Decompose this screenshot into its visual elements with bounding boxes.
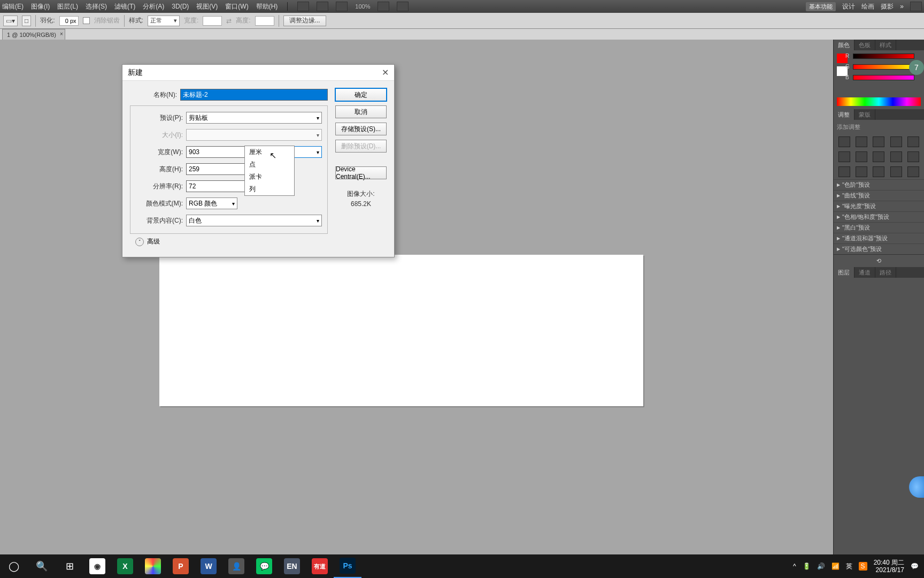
adjustment-return-icon[interactable]: ⟲ bbox=[834, 254, 924, 267]
tab-channels[interactable]: 通道 bbox=[854, 267, 875, 278]
tab-adjustments[interactable]: 调整 bbox=[834, 109, 854, 120]
taskbar-app-photoshop[interactable]: Ps bbox=[334, 554, 361, 578]
hue-sat-icon[interactable] bbox=[838, 151, 850, 162]
vibrance-icon[interactable] bbox=[907, 136, 919, 147]
menu-analysis[interactable]: 分析(A) bbox=[143, 2, 164, 11]
view-extras-icon[interactable] bbox=[336, 2, 348, 11]
g-slider[interactable] bbox=[853, 64, 914, 70]
menu-window[interactable]: 窗口(W) bbox=[225, 2, 248, 11]
feather-input[interactable] bbox=[59, 16, 79, 26]
workspace-photography[interactable]: 摄影 bbox=[881, 2, 894, 11]
preset-channel-mixer[interactable]: ▶"通道混和器"预设 bbox=[834, 233, 924, 244]
tab-masks[interactable]: 蒙版 bbox=[854, 109, 875, 120]
screen-mode-icon[interactable] bbox=[397, 2, 409, 11]
preset-hue-sat[interactable]: ▶"色相/饱和度"预设 bbox=[834, 211, 924, 222]
tray-wifi-icon[interactable]: 📶 bbox=[831, 562, 840, 570]
tray-sogou-icon[interactable]: S bbox=[859, 562, 867, 571]
exposure-icon[interactable] bbox=[890, 136, 902, 147]
workspace-overflow-icon[interactable]: » bbox=[900, 3, 904, 10]
threshold-icon[interactable] bbox=[873, 166, 884, 177]
tray-volume-icon[interactable]: 🔊 bbox=[817, 562, 825, 570]
menu-image[interactable]: 图像(I) bbox=[31, 2, 50, 11]
save-preset-button[interactable]: 存储预设(S)... bbox=[335, 123, 387, 135]
hue-ramp[interactable] bbox=[837, 97, 921, 106]
menu-view[interactable]: 视图(V) bbox=[196, 2, 218, 11]
tab-swatches[interactable]: 色板 bbox=[854, 40, 875, 50]
menu-filter[interactable]: 滤镜(T) bbox=[114, 2, 135, 11]
ok-button[interactable]: 确定 bbox=[335, 88, 387, 101]
color-mode-dropdown[interactable]: RGB 颜色▾ bbox=[186, 197, 237, 209]
taskbar-app[interactable]: 👤 bbox=[222, 554, 250, 578]
menu-edit[interactable]: 编辑(E) bbox=[2, 2, 24, 11]
taskbar-app[interactable]: 有道 bbox=[306, 554, 334, 578]
tab-paths[interactable]: 路径 bbox=[875, 267, 896, 278]
channel-mixer-icon[interactable] bbox=[907, 151, 919, 162]
menu-3d[interactable]: 3D(D) bbox=[172, 3, 189, 10]
levels-icon[interactable] bbox=[856, 136, 867, 147]
taskbar-clock[interactable]: 20:40 周二 2021/8/17 bbox=[874, 559, 904, 574]
black-white-icon[interactable] bbox=[873, 151, 884, 162]
taskbar-app[interactable]: W bbox=[195, 554, 222, 578]
cs-live-icon[interactable] bbox=[910, 2, 922, 11]
tab-color[interactable]: 颜色 bbox=[834, 40, 854, 50]
menu-select[interactable]: 选择(S) bbox=[86, 2, 107, 11]
start-button[interactable]: ◯ bbox=[0, 554, 28, 578]
document-tab[interactable]: 1 @ 100%(RGB/8) × bbox=[2, 29, 65, 40]
unit-option-point[interactable]: 点 bbox=[245, 158, 294, 171]
selective-color-icon[interactable] bbox=[907, 166, 919, 177]
close-tab-icon[interactable]: × bbox=[60, 31, 63, 37]
invert-icon[interactable] bbox=[838, 166, 850, 177]
preset-dropdown[interactable]: 剪贴板▾ bbox=[186, 112, 322, 124]
advanced-toggle[interactable]: ˅ 高级 bbox=[130, 237, 328, 246]
workspace-essentials[interactable]: 基本功能 bbox=[806, 2, 836, 11]
posterize-icon[interactable] bbox=[856, 166, 867, 177]
zoom-level[interactable]: 100% bbox=[355, 3, 370, 10]
r-slider[interactable] bbox=[853, 54, 914, 59]
color-balance-icon[interactable] bbox=[856, 151, 867, 162]
unit-option-columns[interactable]: 列 bbox=[245, 183, 294, 195]
preset-curves[interactable]: ▶"曲线"预设 bbox=[834, 190, 924, 201]
cancel-button[interactable]: 取消 bbox=[335, 105, 387, 118]
device-central-button[interactable]: Device Central(E)... bbox=[335, 166, 387, 179]
background-dropdown[interactable]: 白色▾ bbox=[186, 215, 322, 226]
taskbar-app[interactable]: ◉ bbox=[83, 554, 111, 578]
document-canvas[interactable] bbox=[159, 255, 643, 406]
taskbar-app[interactable]: 💬 bbox=[250, 554, 278, 578]
arrange-docs-icon[interactable] bbox=[378, 2, 389, 11]
style-dropdown[interactable]: 正常▾ bbox=[148, 16, 180, 26]
dialog-close-icon[interactable]: ✕ bbox=[382, 67, 389, 78]
launch-minibridge-icon[interactable] bbox=[317, 2, 328, 11]
b-slider[interactable] bbox=[853, 75, 914, 80]
tray-ime[interactable]: 英 bbox=[846, 562, 852, 571]
tool-preset-icon[interactable]: ▭▾ bbox=[3, 16, 18, 26]
unit-option-mm[interactable]: 厘米 bbox=[245, 146, 294, 158]
workspace-design[interactable]: 设计 bbox=[842, 2, 855, 11]
taskbar-app[interactable] bbox=[139, 554, 167, 578]
name-input[interactable] bbox=[180, 89, 328, 101]
preset-levels[interactable]: ▶"色阶"预设 bbox=[834, 179, 924, 190]
tray-chevron-icon[interactable]: ^ bbox=[793, 562, 796, 570]
gradient-map-icon[interactable] bbox=[890, 166, 902, 177]
task-view-icon[interactable]: ⊞ bbox=[56, 554, 83, 578]
antialias-checkbox[interactable] bbox=[83, 17, 90, 24]
curves-icon[interactable] bbox=[873, 136, 884, 147]
notification-badge[interactable]: 7 bbox=[909, 60, 924, 75]
search-icon[interactable]: 🔍 bbox=[28, 554, 56, 578]
preset-selective-color[interactable]: ▶"可选颜色"预设 bbox=[834, 244, 924, 254]
workspace-painting[interactable]: 绘画 bbox=[861, 2, 874, 11]
menu-help[interactable]: 帮助(H) bbox=[256, 2, 278, 11]
unit-option-pica[interactable]: 派卡 bbox=[245, 171, 294, 183]
photo-filter-icon[interactable] bbox=[890, 151, 902, 162]
tab-layers[interactable]: 图层 bbox=[834, 267, 854, 278]
refine-edge-button[interactable]: 调整边缘... bbox=[283, 16, 326, 26]
brightness-icon[interactable] bbox=[838, 136, 850, 147]
tray-battery-icon[interactable]: 🔋 bbox=[803, 562, 811, 570]
taskbar-app[interactable]: EN bbox=[278, 554, 306, 578]
taskbar-app[interactable]: X bbox=[111, 554, 139, 578]
taskbar-app[interactable]: P bbox=[167, 554, 195, 578]
notification-center-icon[interactable]: 💬 bbox=[911, 562, 919, 570]
preset-exposure[interactable]: ▶"曝光度"预设 bbox=[834, 201, 924, 211]
new-selection-icon[interactable]: □ bbox=[22, 16, 31, 26]
preset-bw[interactable]: ▶"黑白"预设 bbox=[834, 222, 924, 233]
tab-styles[interactable]: 样式 bbox=[875, 40, 896, 50]
